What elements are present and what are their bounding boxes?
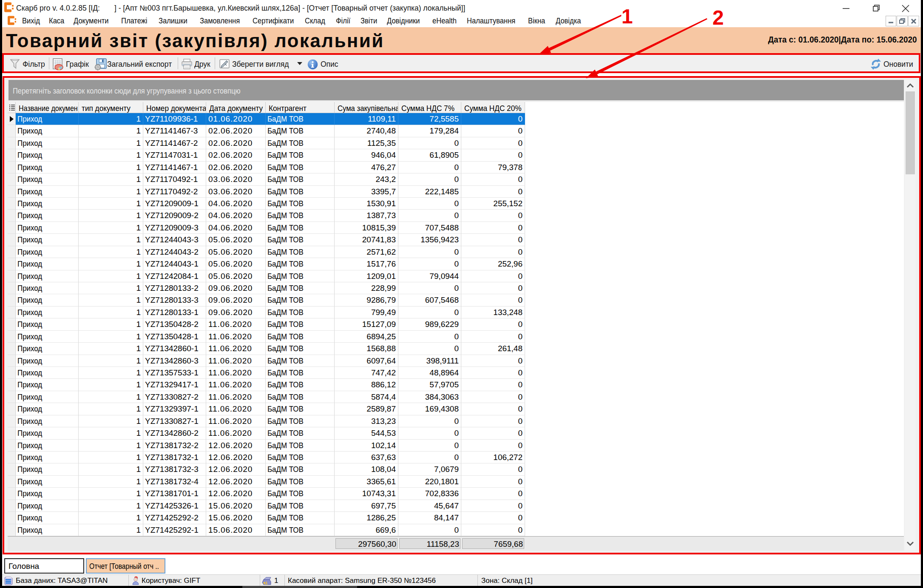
svg-text:1: 1 — [622, 5, 633, 28]
svg-text:2: 2 — [713, 6, 724, 29]
